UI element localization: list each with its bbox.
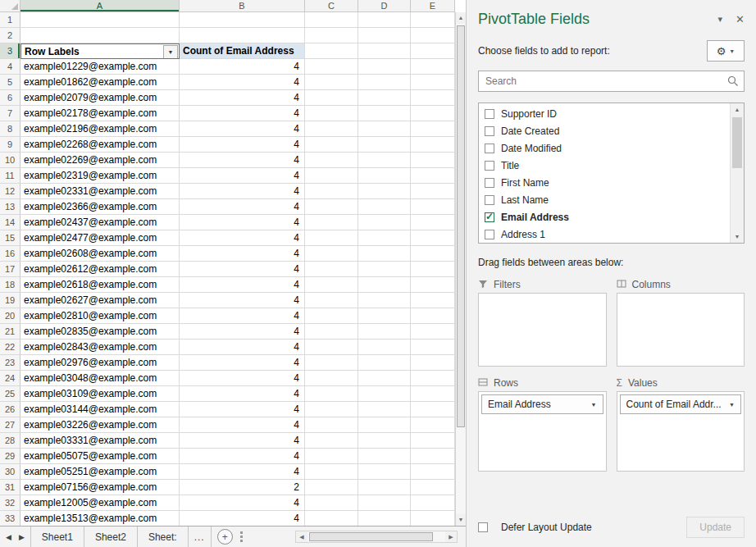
vertical-scroll-track[interactable] [456, 24, 466, 514]
empty-cell[interactable] [358, 511, 411, 526]
empty-cell[interactable] [358, 246, 411, 262]
count-cell[interactable]: 4 [180, 90, 305, 106]
tools-button[interactable]: ⚙ ▼ [707, 40, 745, 62]
empty-cell[interactable] [411, 495, 455, 511]
add-sheet-button[interactable]: + [217, 529, 233, 545]
empty-cell[interactable] [358, 153, 411, 168]
field-checkbox[interactable] [485, 195, 494, 205]
email-cell[interactable]: example02196@example.com [20, 121, 180, 137]
empty-cell[interactable] [411, 215, 455, 230]
empty-cell[interactable] [358, 28, 411, 43]
rows-drop-zone[interactable]: Email Address▼ [478, 391, 607, 472]
pivot-row-labels-cell[interactable]: Row Labels▼ [20, 43, 180, 59]
email-cell[interactable]: example02612@example.com [20, 262, 180, 277]
empty-cell[interactable] [305, 308, 358, 324]
next-sheet-icon[interactable]: ▶ [19, 533, 25, 541]
row-header-31[interactable]: 31 [0, 480, 20, 495]
pane-close-icon[interactable]: ✕ [736, 13, 745, 25]
field-checkbox[interactable] [485, 161, 494, 171]
empty-cell[interactable] [411, 230, 455, 246]
empty-cell[interactable] [358, 75, 411, 90]
row-header-27[interactable]: 27 [0, 417, 20, 433]
empty-cell[interactable] [305, 355, 358, 371]
count-cell[interactable]: 4 [180, 230, 305, 246]
column-header-a[interactable]: A [20, 0, 180, 12]
empty-cell[interactable] [358, 12, 411, 28]
empty-cell[interactable] [358, 137, 411, 153]
row-header-12[interactable]: 12 [0, 184, 20, 199]
empty-cell[interactable] [358, 417, 411, 433]
email-cell[interactable]: example02319@example.com [20, 168, 180, 184]
empty-cell[interactable] [358, 464, 411, 480]
empty-cell[interactable] [305, 43, 358, 59]
empty-cell[interactable] [305, 121, 358, 137]
row-header-24[interactable]: 24 [0, 371, 20, 386]
sheet-tab-sheet1[interactable]: Sheet1 [31, 526, 84, 547]
empty-cell[interactable] [411, 121, 455, 137]
empty-cell[interactable] [358, 340, 411, 355]
empty-cell[interactable] [305, 246, 358, 262]
empty-cell[interactable] [180, 28, 305, 43]
count-cell[interactable]: 4 [180, 277, 305, 293]
filters-drop-zone[interactable] [478, 293, 607, 367]
empty-cell[interactable] [305, 168, 358, 184]
field-checkbox[interactable] [485, 109, 494, 119]
empty-cell[interactable] [305, 137, 358, 153]
empty-cell[interactable] [20, 28, 180, 43]
empty-cell[interactable] [411, 293, 455, 308]
count-cell[interactable]: 4 [180, 215, 305, 230]
email-cell[interactable]: example02976@example.com [20, 355, 180, 371]
column-header-d[interactable]: D [358, 0, 411, 12]
empty-cell[interactable] [358, 480, 411, 495]
row-header-19[interactable]: 19 [0, 293, 20, 308]
email-cell[interactable]: example13513@example.com [20, 511, 180, 526]
count-cell[interactable]: 4 [180, 511, 305, 526]
email-cell[interactable]: example05075@example.com [20, 449, 180, 464]
empty-cell[interactable] [305, 277, 358, 293]
empty-cell[interactable] [305, 495, 358, 511]
empty-cell[interactable] [305, 511, 358, 526]
empty-cell[interactable] [305, 230, 358, 246]
column-header-e[interactable]: E [411, 0, 455, 12]
pivot-value-header-cell[interactable]: Count of Email Address [180, 43, 305, 59]
field-item-supporter-id[interactable]: Supporter ID [479, 105, 730, 122]
field-item-address-1[interactable]: Address 1 [479, 226, 730, 243]
columns-drop-zone[interactable] [617, 293, 745, 367]
count-cell[interactable]: 4 [180, 121, 305, 137]
horizontal-scroll-track[interactable] [307, 531, 445, 542]
email-cell[interactable]: example03109@example.com [20, 386, 180, 402]
scroll-up-icon[interactable]: ▲ [456, 12, 466, 24]
row-header-1[interactable]: 1 [0, 12, 20, 28]
empty-cell[interactable] [20, 12, 180, 28]
email-cell[interactable]: example03331@example.com [20, 433, 180, 449]
row-header-11[interactable]: 11 [0, 168, 20, 184]
empty-cell[interactable] [411, 417, 455, 433]
row-header-10[interactable]: 10 [0, 153, 20, 168]
row-header-4[interactable]: 4 [0, 59, 20, 75]
empty-cell[interactable] [358, 215, 411, 230]
count-cell[interactable]: 2 [180, 480, 305, 495]
empty-cell[interactable] [411, 355, 455, 371]
empty-cell[interactable] [305, 449, 358, 464]
field-item-last-name[interactable]: Last Name [479, 191, 730, 208]
field-item-date-modified[interactable]: Date Modified [479, 139, 730, 157]
count-cell[interactable]: 4 [180, 262, 305, 277]
empty-cell[interactable] [305, 75, 358, 90]
email-cell[interactable]: example03048@example.com [20, 371, 180, 386]
area-field-pill-count-of-email-addr[interactable]: Count of Email Addr...▼ [620, 394, 742, 414]
area-field-pill-email-address[interactable]: Email Address▼ [481, 394, 603, 414]
row-header-23[interactable]: 23 [0, 355, 20, 371]
empty-cell[interactable] [411, 199, 455, 215]
email-cell[interactable]: example02437@example.com [20, 215, 180, 230]
empty-cell[interactable] [411, 449, 455, 464]
field-item-email-address[interactable]: Email Address [479, 208, 730, 226]
count-cell[interactable]: 4 [180, 168, 305, 184]
empty-cell[interactable] [411, 106, 455, 121]
row-header-21[interactable]: 21 [0, 324, 20, 340]
email-cell[interactable]: example02627@example.com [20, 293, 180, 308]
email-cell[interactable]: example02269@example.com [20, 153, 180, 168]
row-header-33[interactable]: 33 [0, 511, 20, 526]
empty-cell[interactable] [305, 417, 358, 433]
empty-cell[interactable] [411, 262, 455, 277]
count-cell[interactable]: 4 [180, 355, 305, 371]
